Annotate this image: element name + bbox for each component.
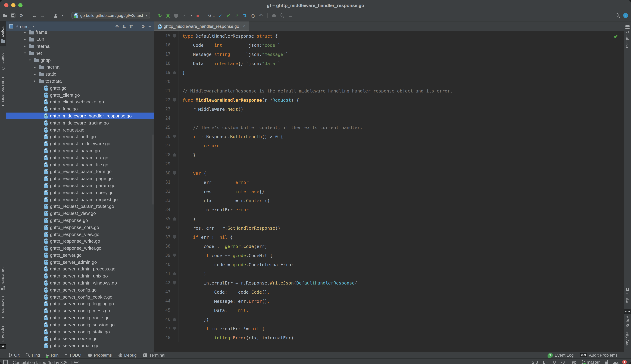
tree-file-row[interactable]: ghttp_server_config_mess.go xyxy=(6,308,154,314)
gutter-fold-area[interactable] xyxy=(170,59,179,68)
project-view-dropdown-icon[interactable]: ▾ xyxy=(33,25,34,28)
gutter-fold-area[interactable] xyxy=(170,242,179,251)
caret-position[interactable]: 2:3 xyxy=(532,360,538,364)
gutter-fold-area[interactable] xyxy=(170,31,179,40)
tool-stripe-favorites[interactable]: Favorites★ xyxy=(0,293,6,323)
tree-file-row[interactable]: ghttp_server.go xyxy=(6,252,154,259)
save-icon[interactable] xyxy=(11,13,16,18)
code-editor[interactable]: 15type DefaultHandlerResponse struct {16… xyxy=(154,31,623,352)
tree-file-row[interactable]: ghttp_server_admin_process.go xyxy=(6,266,154,272)
profiler-dropdown-icon[interactable]: ▾ xyxy=(191,14,192,17)
profile-icon[interactable] xyxy=(53,13,58,18)
gutter-fold-area[interactable] xyxy=(170,269,179,278)
tree-file-row[interactable]: ghttp_request_param_param.go xyxy=(6,182,154,189)
toolwindow-terminal-button[interactable]: Terminal xyxy=(143,353,165,358)
tree-file-row[interactable]: ghttp_response_cors.go xyxy=(6,224,154,231)
tree-file-row[interactable]: ghttp_client_websocket.go xyxy=(6,98,154,106)
gutter-fold-area[interactable] xyxy=(170,306,179,315)
tree-folder-row[interactable]: ▸internal xyxy=(6,43,154,50)
tree-file-row[interactable]: ghttp_response_write.go xyxy=(6,238,154,245)
open-folder-icon[interactable] xyxy=(3,13,8,18)
gutter-fold-area[interactable] xyxy=(170,287,179,296)
fold-close-icon[interactable] xyxy=(173,153,176,156)
fold-open-icon[interactable] xyxy=(173,171,176,175)
gutter-fold-area[interactable] xyxy=(170,168,179,178)
gutter-fold-area[interactable] xyxy=(170,333,179,342)
cloud-settings-icon[interactable]: ☁⚙ xyxy=(613,360,617,364)
tree-file-row[interactable]: ghttp_response_writer.go xyxy=(6,244,154,252)
toolwindow-run-button[interactable]: ▶ Run xyxy=(46,353,59,358)
gutter-fold-area[interactable] xyxy=(170,315,179,324)
gear-icon[interactable]: ⚙ xyxy=(141,24,145,29)
tree-file-row[interactable]: ghttp_request_param_file.go xyxy=(6,161,154,168)
tool-stripe-structure[interactable]: Structure xyxy=(0,264,6,293)
tree-file-row[interactable]: ghttp_server_admin_windows.go xyxy=(6,280,154,286)
fold-open-icon[interactable] xyxy=(173,34,176,38)
tree-file-row[interactable]: ghttp_server_admin_unix.go xyxy=(6,272,154,280)
collapse-all-icon[interactable]: ⇈ xyxy=(129,24,133,29)
tree-file-row[interactable]: ghttp_request_param_page.go xyxy=(6,175,154,182)
gutter-fold-area[interactable] xyxy=(170,296,179,306)
gutter-fold-area[interactable] xyxy=(170,324,179,333)
stop-icon[interactable]: ■ xyxy=(195,13,200,18)
sync-icon[interactable]: ⟳ xyxy=(19,13,24,18)
project-panel-title[interactable]: Project xyxy=(16,24,30,29)
profile-dropdown-icon[interactable]: ▾ xyxy=(62,14,63,17)
run-configuration-select[interactable]: go build github.com/gogf/gf/v2/.test ▾ xyxy=(72,12,150,19)
gutter-fold-area[interactable] xyxy=(170,178,179,187)
tool-stripe-make[interactable]: Mmake xyxy=(624,284,631,306)
rollback-icon[interactable]: ↶ xyxy=(259,13,263,18)
audit-problems-button[interactable]: /API Audit Problems xyxy=(580,353,618,358)
event-log-button[interactable]: 1 Event Log xyxy=(548,353,574,358)
tree-file-row[interactable]: ghttp_server_admin.go xyxy=(6,259,154,266)
close-window-button[interactable] xyxy=(4,3,9,8)
git-branch-widget[interactable]: master xyxy=(581,360,600,364)
toolwindow-todo-button[interactable]: ≡ TODO xyxy=(65,353,81,358)
gutter-fold-area[interactable] xyxy=(170,187,179,196)
tree-folder-row[interactable]: ▸internal xyxy=(6,64,154,71)
fold-open-icon[interactable] xyxy=(173,235,176,239)
tree-folder-row[interactable]: ▸testdata xyxy=(6,78,154,84)
fold-open-icon[interactable] xyxy=(173,98,176,102)
gutter-fold-area[interactable] xyxy=(170,150,179,159)
tool-stripe-api-security-audit[interactable]: /APIAPI Security Audit xyxy=(624,306,631,352)
fold-close-icon[interactable] xyxy=(173,217,176,220)
file-encoding[interactable]: UTF-8 xyxy=(553,360,565,364)
tree-file-row[interactable]: ghttp_request_param_request.go xyxy=(6,196,154,203)
history-icon[interactable]: ◷ xyxy=(250,13,255,18)
gutter-fold-area[interactable] xyxy=(170,223,179,232)
tool-stripe-commit[interactable]: Commit xyxy=(0,46,6,74)
gutter-fold-area[interactable] xyxy=(170,123,179,132)
minimize-window-button[interactable] xyxy=(11,3,16,8)
error-indicator-icon[interactable]: ! xyxy=(622,360,627,364)
tool-stripe-openapi[interactable]: OpenAPI/API xyxy=(0,323,6,352)
tool-stripe-database[interactable]: Database xyxy=(624,22,631,51)
locate-file-icon[interactable]: ⊕ xyxy=(115,24,119,29)
fold-open-icon[interactable] xyxy=(173,281,176,284)
tree-folder-row[interactable]: ▸static xyxy=(6,71,154,78)
tool-stripe-project[interactable]: Project xyxy=(0,22,6,46)
forward-icon[interactable]: → xyxy=(40,13,45,18)
gutter-fold-area[interactable] xyxy=(170,214,179,223)
debug-icon[interactable] xyxy=(166,13,171,18)
fold-open-icon[interactable] xyxy=(173,254,176,257)
lock-icon[interactable] xyxy=(604,362,608,364)
tree-folder-row[interactable]: ▸frame xyxy=(6,29,154,36)
coverage-icon[interactable] xyxy=(174,13,179,18)
toolwindow-debug-button[interactable]: Debug xyxy=(118,353,137,358)
tree-folder-row[interactable]: ▾ghttp xyxy=(6,56,154,64)
gutter-fold-area[interactable] xyxy=(170,232,179,242)
toolwindow-find-button[interactable]: Find xyxy=(26,353,40,358)
tree-file-row[interactable]: ghttp_server_config_session.go xyxy=(6,321,154,328)
gutter-fold-area[interactable] xyxy=(170,86,179,95)
vcs-push-icon[interactable]: ↗ xyxy=(234,13,239,18)
tree-file-row[interactable]: ghttp_client.go xyxy=(6,92,154,98)
gutter-fold-area[interactable] xyxy=(170,159,179,168)
update-available-icon[interactable]: ↑ xyxy=(623,13,628,18)
fold-open-icon[interactable] xyxy=(173,135,176,138)
toolwindow-git-button[interactable]: Git xyxy=(9,353,20,358)
profiler-icon[interactable]: ◔ xyxy=(182,13,187,18)
tree-file-row[interactable]: ghttp_server_config_logging.go xyxy=(6,300,154,308)
gutter-fold-area[interactable] xyxy=(170,278,179,287)
tree-file-row[interactable]: ghttp_server_config_cookie.go xyxy=(6,294,154,300)
